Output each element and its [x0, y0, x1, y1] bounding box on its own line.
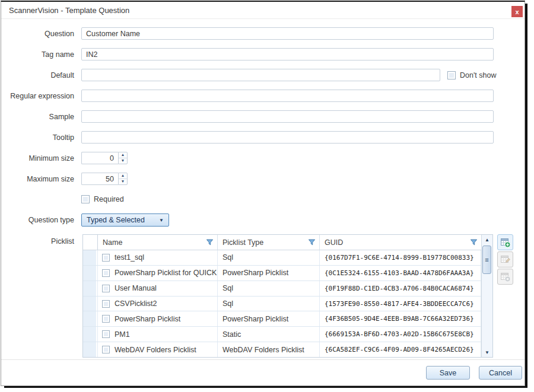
row-indicator[interactable]: [83, 266, 98, 281]
maximum-size-label: Maximum size: [8, 175, 74, 183]
minimum-size-up-icon[interactable]: ▲: [119, 152, 127, 158]
question-type-dropdown[interactable]: Typed & Selected ▼: [81, 213, 169, 227]
cell-guid: {6669153A-BF6D-4703-A02D-15B6C675E8CB}: [325, 330, 474, 338]
row-checkbox[interactable]: [102, 300, 110, 308]
title-bar: ScannerVision - Template Question: [1, 2, 525, 19]
cell-name: User Manual: [115, 284, 157, 292]
row-indicator[interactable]: [83, 342, 98, 357]
chevron-down-icon: ▼: [159, 218, 164, 223]
row-checkbox[interactable]: [102, 315, 110, 323]
cell-picklist-type: Sql: [223, 299, 233, 308]
template-question-dialog: ScannerVision - Template Question x Ques…: [1, 1, 525, 386]
table-row[interactable]: PM1 Static {6669153A-BF6D-4703-A02D-15B6…: [83, 327, 481, 342]
row-indicator[interactable]: [83, 297, 98, 311]
question-label: Question: [8, 30, 74, 38]
column-header-name[interactable]: Name: [98, 235, 218, 250]
picklist-table-body: test1_sql Sql {0167D7F1-9C6E-4714-8999-B…: [83, 250, 481, 357]
picklist-label: Picklist: [8, 234, 74, 246]
add-picklist-button[interactable]: [497, 234, 513, 250]
column-header-guid-label: GUID: [325, 238, 343, 247]
table-row[interactable]: test1_sql Sql {0167D7F1-9C6E-4714-8999-B…: [83, 250, 481, 266]
row-checkbox[interactable]: [102, 285, 110, 292]
row-indicator[interactable]: [83, 250, 98, 265]
cell-name: CSVPicklist2: [115, 299, 157, 308]
cell-guid: {4F36B505-9D4E-4EEB-B9AB-7C66A32ED736}: [325, 315, 474, 323]
picklist-table-header: Name Picklist Type GUID: [83, 235, 481, 250]
close-icon[interactable]: x: [511, 6, 523, 17]
default-input[interactable]: [81, 69, 440, 81]
table-row[interactable]: PowerSharp Picklist for QUICK PowerSharp…: [83, 266, 481, 281]
filter-icon[interactable]: [470, 238, 478, 246]
row-indicator[interactable]: [83, 327, 98, 342]
table-row[interactable]: WebDAV Folders Picklist WebDAV Folders P…: [83, 342, 481, 357]
picklist-table: Name Picklist Type GUID test1_sql: [82, 234, 493, 358]
cell-picklist-type: PowerSharp Picklist: [223, 269, 288, 277]
scroll-thumb[interactable]: ≡: [482, 246, 491, 274]
cancel-button[interactable]: Cancel: [479, 366, 522, 380]
edit-picklist-button: [497, 251, 513, 267]
row-checkbox[interactable]: [102, 254, 110, 262]
filter-icon[interactable]: [206, 238, 214, 246]
row-indicator-header: [83, 235, 98, 250]
form-row-question-type: Question type Typed & Selected ▼: [8, 213, 169, 227]
form-row-default: Default Don't show: [8, 69, 496, 81]
column-header-guid[interactable]: GUID: [320, 235, 481, 250]
question-input[interactable]: [81, 27, 494, 40]
table-row[interactable]: CSVPicklist2 Sql {1573FE90-8550-4817-AFE…: [83, 297, 481, 312]
save-button[interactable]: Save: [426, 366, 470, 380]
row-checkbox[interactable]: [102, 346, 110, 353]
column-header-picklist-type-label: Picklist Type: [223, 238, 263, 247]
row-checkbox[interactable]: [102, 330, 110, 338]
table-edit-icon: [500, 254, 511, 265]
footer-divider: [1, 359, 525, 360]
table-add-icon: [500, 237, 511, 248]
dont-show-label: Don't show: [460, 71, 496, 79]
table-delete-icon: [500, 272, 511, 282]
table-scrollbar[interactable]: ▲ ≡ ▼: [481, 235, 492, 357]
window-title: ScannerVision - Template Question: [9, 6, 129, 15]
question-type-label: Question type: [8, 216, 74, 224]
form-row-regular-expression: Regular expression: [8, 90, 494, 102]
cell-picklist-type: WebDAV Folders Picklist: [223, 346, 304, 354]
minimum-size-label: Minimum size: [8, 154, 74, 162]
form-row-maximum-size: Maximum size ▲ ▼: [8, 173, 128, 185]
cell-guid: {6CA582EF-C9C6-4F09-AD09-8F4265AECD26}: [325, 346, 474, 353]
cell-picklist-type: Sql: [223, 284, 233, 292]
cell-guid: {0F19F88D-C1ED-4CB3-A706-84B0CACA6874}: [325, 285, 474, 292]
tag-name-label: Tag name: [8, 50, 74, 59]
cell-picklist-type: PowerSharp Picklist: [223, 315, 288, 323]
maximum-size-spinner: ▲ ▼: [118, 173, 128, 185]
tag-name-input[interactable]: [81, 48, 494, 60]
default-label: Default: [8, 71, 74, 79]
maximum-size-stepper[interactable]: [81, 173, 118, 185]
scroll-down-icon[interactable]: ▼: [482, 348, 492, 357]
cell-name: PowerSharp Picklist for QUICK: [115, 269, 217, 277]
minimum-size-stepper[interactable]: [81, 152, 118, 164]
tooltip-input[interactable]: [81, 131, 494, 144]
table-row[interactable]: PowerSharp Picklist PowerSharp Picklist …: [83, 311, 481, 327]
minimum-size-spinner: ▲ ▼: [118, 152, 128, 164]
scroll-up-icon[interactable]: ▲: [482, 235, 492, 244]
filter-icon[interactable]: [308, 238, 316, 246]
table-row[interactable]: User Manual Sql {0F19F88D-C1ED-4CB3-A706…: [83, 281, 481, 297]
cell-name: PM1: [115, 330, 130, 339]
column-header-picklist-type[interactable]: Picklist Type: [218, 235, 320, 250]
row-checkbox[interactable]: [102, 269, 110, 277]
row-indicator[interactable]: [83, 311, 98, 326]
sample-input[interactable]: [81, 110, 494, 123]
row-indicator[interactable]: [83, 281, 98, 296]
regular-expression-label: Regular expression: [8, 92, 74, 100]
delete-picklist-button: [497, 269, 513, 285]
dont-show-checkbox[interactable]: [447, 71, 456, 79]
minimum-size-down-icon[interactable]: ▼: [119, 158, 127, 164]
required-checkbox[interactable]: [81, 195, 90, 203]
cell-name: test1_sql: [115, 253, 144, 262]
regular-expression-input[interactable]: [81, 90, 494, 102]
cell-guid: {0167D7F1-9C6E-4714-8999-B19778C00833}: [325, 254, 474, 262]
maximum-size-down-icon[interactable]: ▼: [119, 179, 127, 184]
tooltip-label: Tooltip: [8, 133, 74, 142]
maximum-size-up-icon[interactable]: ▲: [119, 173, 127, 179]
cell-guid: {0C1E5324-6155-4103-BAAD-4A78D6FAAA3A}: [325, 269, 474, 277]
form-row-sample: Sample: [8, 110, 494, 123]
cell-guid: {1573FE90-8550-4817-AFE4-3BDDEECCA7C6}: [325, 300, 474, 308]
